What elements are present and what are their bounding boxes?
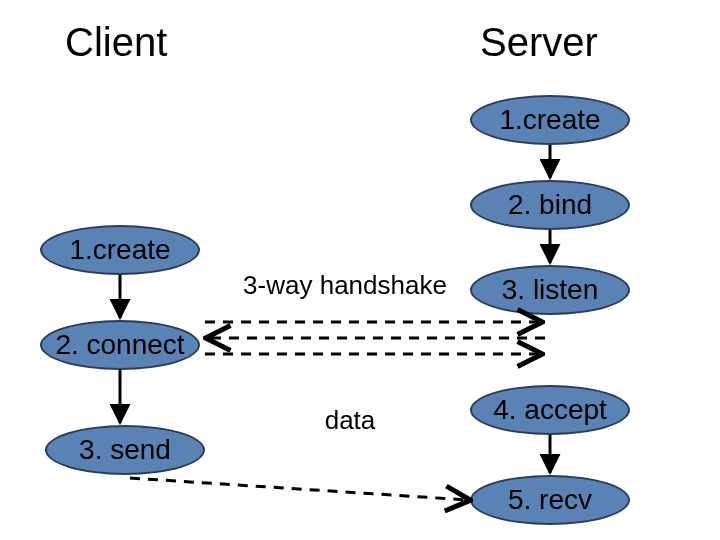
server-node-recv: 5. recv <box>470 475 630 525</box>
server-node-recv-label: 5. recv <box>508 484 592 516</box>
handshake-label: 3-way handshake <box>225 270 465 301</box>
server-node-listen-label: 3. listen <box>502 274 599 306</box>
diagram-stage: Client Server 1.create 2. bind 3. listen… <box>0 0 720 540</box>
client-heading: Client <box>65 20 167 65</box>
server-node-accept-label: 4. accept <box>493 394 607 426</box>
data-line <box>130 478 468 500</box>
server-node-create: 1.create <box>470 95 630 145</box>
server-node-bind: 2. bind <box>470 180 630 230</box>
client-node-connect: 2. connect <box>40 320 200 370</box>
server-node-listen: 3. listen <box>470 265 630 315</box>
data-label: data <box>300 405 400 436</box>
server-node-bind-label: 2. bind <box>508 189 592 221</box>
client-node-send: 3. send <box>45 425 205 475</box>
server-heading: Server <box>480 20 598 65</box>
client-node-create-label: 1.create <box>69 234 170 266</box>
server-node-accept: 4. accept <box>470 385 630 435</box>
client-node-connect-label: 2. connect <box>55 329 184 361</box>
client-node-send-label: 3. send <box>79 434 171 466</box>
client-node-create: 1.create <box>40 225 200 275</box>
server-node-create-label: 1.create <box>499 104 600 136</box>
